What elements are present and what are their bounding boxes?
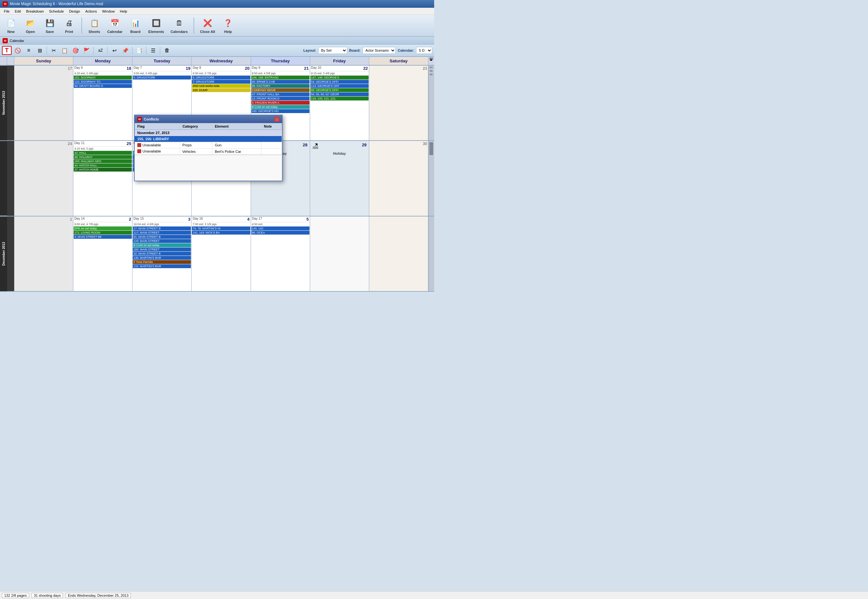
- scene-147-148[interactable]: 147, 148: GEORGE'S: [310, 75, 369, 80]
- cell-nov-22[interactable]: Day 10 22 9:15 est; 3 4/8 pgs 147, 148: …: [310, 66, 369, 140]
- scene-131[interactable]: 131: MARTINI'S BAR: [133, 264, 191, 268]
- align-button[interactable]: ≡: [24, 46, 34, 55]
- elements-label: Elements: [148, 30, 164, 34]
- dialog-close-button[interactable]: □: [274, 117, 280, 122]
- layout-select[interactable]: By Set By Scene: [318, 47, 347, 54]
- scene-165[interactable]: 165: GEORGE'S HO: [251, 109, 310, 113]
- scene-160[interactable]: 160: MAIN STREET: [133, 247, 191, 251]
- save-button[interactable]: 💾 Save: [41, 16, 58, 35]
- cell-29-date: 29: [362, 143, 366, 150]
- clipboard-button[interactable]: 📋: [60, 46, 69, 55]
- scene-150[interactable]: 150: HALLWAY GEO: [74, 159, 132, 163]
- cell-19-info: 3:00 est; 3 4/8 pgs: [132, 71, 191, 75]
- scene-bcam-3[interactable]: B CAM on set today: [133, 243, 191, 247]
- scene-bcam-21[interactable]: B CAM on set today: [251, 105, 310, 109]
- conflict-highlight-row[interactable]: 155, 156: LIBRARY: [135, 136, 282, 142]
- scene-166-169[interactable]: 166, 169: ENTRANC: [251, 75, 310, 80]
- menu-design[interactable]: Design: [66, 9, 83, 14]
- scene-140-142[interactable]: 140, 142:: [251, 226, 310, 230]
- menu-window[interactable]: Window: [99, 9, 117, 14]
- calendar-view-select[interactable]: 5 D 7 D: [416, 47, 432, 54]
- board-select[interactable]: Actor Scenario: [363, 47, 396, 54]
- scene-17[interactable]: 17: MAIN STREET B: [133, 226, 191, 230]
- no-format-button[interactable]: 🚫: [13, 46, 23, 55]
- scene-129[interactable]: 129: MAIN STREET: [133, 239, 191, 243]
- scene-89[interactable]: 89: FACTORY: [251, 84, 310, 88]
- scene-113[interactable]: 113: GEORGE'S OFF: [310, 84, 369, 88]
- cell-nov-18[interactable]: Day 6 18 4:20 est; 2 4/8 pgs 151: DOORWA…: [73, 66, 132, 140]
- scene-7-drug[interactable]: 7: DRUGSTORE: [192, 80, 250, 84]
- open-button[interactable]: 📂 Open: [22, 16, 39, 35]
- grid-button[interactable]: ⊞: [35, 46, 45, 55]
- scissors-button[interactable]: ✂: [49, 46, 59, 55]
- calendar-button[interactable]: 📅 Calendar: [105, 16, 124, 35]
- scene-115[interactable]: 115: DOORWAY TO: [74, 80, 132, 84]
- scene-81[interactable]: 81: MAIN STREET B: [133, 235, 191, 239]
- scene-if-time[interactable]: If Time Permits: [133, 260, 191, 264]
- scene-151[interactable]: 151: DOORWAY: [74, 75, 132, 80]
- undo-button[interactable]: ↩: [110, 46, 119, 55]
- scene-74-76[interactable]: 74, 76: MARTINI'S NI: [192, 226, 250, 230]
- cell-dec-5[interactable]: Day 17 5 4:50 est; 140, 142: 96: OCEA: [251, 217, 310, 291]
- cell-dec-3[interactable]: Day 15 3 16:04 est; 4 6/8 pgs 17: MAIN S…: [132, 217, 191, 291]
- scene-119-122[interactable]: 119, 120, 121, 122,: [310, 96, 369, 101]
- cell-18-day: Day 6: [74, 66, 83, 71]
- scene-32[interactable]: 32: MAIN STREET B: [133, 252, 191, 256]
- sort-button[interactable]: aZ: [96, 46, 105, 55]
- menu-schedule[interactable]: Schedule: [47, 9, 66, 14]
- calendars-button[interactable]: 🗓 Calendars: [168, 16, 190, 35]
- cell-nov-25[interactable]: Day 11 25 4:15 est; 5 pgs 42: HALL 46: H…: [73, 141, 132, 215]
- close-all-button[interactable]: ❌ Close All: [198, 16, 217, 35]
- cell-dec-2[interactable]: Day 14 2 9:00 est; 4 7/8 pgs EPK on set …: [73, 217, 132, 291]
- scene-96[interactable]: 96: OCEA: [251, 231, 310, 235]
- pin-button[interactable]: 📌: [120, 46, 130, 55]
- menu-help[interactable]: Help: [117, 9, 130, 14]
- cell-dec-4[interactable]: Day 16 4 7:00 est; 3 1/8 pgs 74, 76: MAR…: [191, 217, 251, 291]
- scene-117[interactable]: 117: MAIN STREET: [133, 231, 191, 235]
- new-button[interactable]: 📄 New: [3, 16, 20, 35]
- conflict-row-2[interactable]: Unavailable Vehicles Bert's Police Car: [135, 148, 282, 154]
- scene-65[interactable]: 65: GEORGE'S OFFI: [310, 88, 369, 92]
- scene-44[interactable]: 44: HATCH HALL: [74, 164, 132, 167]
- elements-button[interactable]: 🔲 Elements: [146, 16, 166, 35]
- scene-54[interactable]: 54: GEORGE'S OFFI: [310, 80, 369, 84]
- scene-3[interactable]: 3: FROZEN RIVER A: [251, 101, 310, 105]
- conflict-row-1[interactable]: Unavailable Props Gun: [135, 142, 282, 149]
- scene-4[interactable]: 4: MAIN STREET BE: [74, 235, 132, 239]
- scene-100[interactable]: 100: DUMP: [192, 88, 250, 92]
- scene-56-62[interactable]: 56, 58, 60, 62: GEOR: [310, 92, 369, 96]
- scene-46[interactable]: 46: HALLWAY: [74, 155, 132, 159]
- scene-141-143[interactable]: 141, 143: NICK'S BA: [192, 231, 250, 235]
- scene-37[interactable]: 37: HATCH HOME: [74, 168, 132, 172]
- help-button[interactable]: ❓ Help: [220, 16, 236, 35]
- scene-49[interactable]: 49: ERNIE'S CAB: [251, 80, 310, 84]
- copy-button[interactable]: 📑: [134, 46, 144, 55]
- scroll-up[interactable]: ▲: [429, 57, 433, 60]
- scene-42[interactable]: 42: HALL: [74, 151, 132, 155]
- flag-button[interactable]: 🚩: [82, 46, 92, 55]
- scene-90[interactable]: 90: DRAFT BOARD O: [74, 84, 132, 88]
- scene-epk[interactable]: EPK on set today: [74, 226, 132, 230]
- scene-13[interactable]: 13: FRONT ROOM D: [251, 96, 310, 101]
- print-button[interactable]: 🖨 Print: [61, 16, 78, 35]
- board-button[interactable]: 📊 Board: [127, 16, 144, 35]
- scene-47[interactable]: 47: FRONT HALL BA: [251, 92, 310, 96]
- menu-breakdown[interactable]: Breakdown: [24, 9, 47, 14]
- rows-button[interactable]: ☰: [148, 46, 158, 55]
- menu-file[interactable]: File: [1, 9, 12, 14]
- scene-171[interactable]: 171: LIVING ROOM: [74, 231, 132, 235]
- text-format-button[interactable]: T: [2, 46, 12, 55]
- scrollbar-right-2[interactable]: [428, 141, 434, 215]
- sheets-button[interactable]: 📋 Sheets: [86, 16, 103, 35]
- menu-actions[interactable]: Actions: [83, 9, 99, 14]
- scene-5-drug2[interactable]: 5: DRUGSTORE: [192, 75, 250, 80]
- menu-edit[interactable]: Edit: [12, 9, 24, 14]
- delete-button[interactable]: 🗑: [162, 46, 172, 55]
- scene-2nd-unit[interactable]: 2ND Unit works toda: [192, 84, 250, 88]
- scene-company-move[interactable]: COMPANY MOVE: [251, 88, 310, 92]
- scene-5-drug[interactable]: 5: DRUGSTORE: [133, 75, 191, 80]
- header-saturday: Saturday: [369, 57, 428, 65]
- scene-130[interactable]: 130: MARTINI'S BAR: [133, 256, 191, 260]
- target-button[interactable]: 🎯: [71, 46, 80, 55]
- cell-dec3-day: Day 15: [134, 217, 144, 222]
